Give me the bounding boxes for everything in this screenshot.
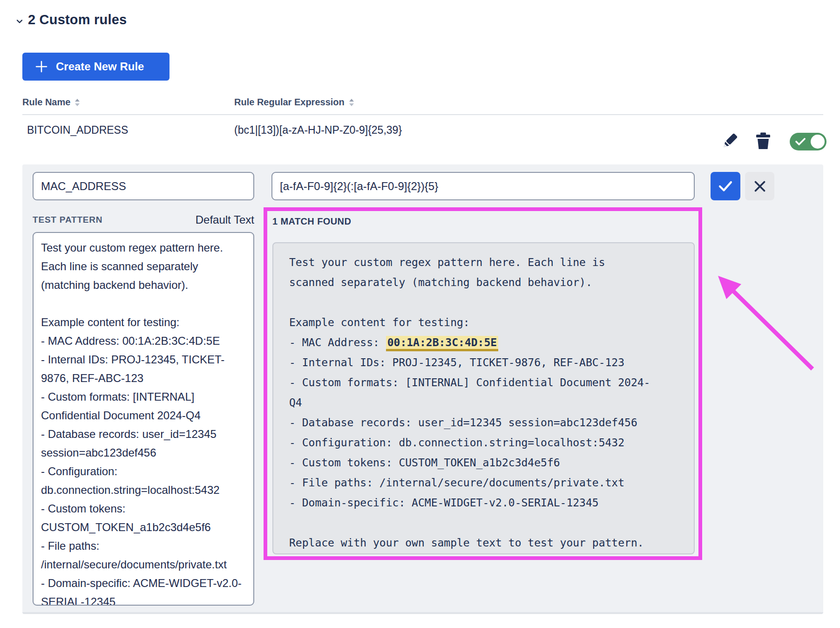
- plus-icon: [34, 60, 48, 74]
- column-header-label: Rule Regular Expression: [234, 97, 345, 108]
- rule-name-cell: BITCOIN_ADDRESS: [27, 124, 128, 137]
- rule-regex-cell: (bc1|[13])[a-zA-HJ-NP-Z0-9]{25,39}: [234, 124, 402, 137]
- rule-enabled-toggle[interactable]: [790, 133, 826, 150]
- cancel-edit-button[interactable]: [745, 172, 774, 200]
- delete-rule-button[interactable]: [753, 131, 773, 150]
- default-text-label[interactable]: Default Text: [196, 213, 254, 226]
- check-icon: [718, 180, 732, 192]
- column-header-label: Rule Name: [22, 97, 70, 108]
- column-header-rule-regex[interactable]: Rule Regular Expression: [234, 97, 355, 108]
- match-result-text: Test your custom regex pattern here. Eac…: [289, 253, 650, 553]
- close-icon: [754, 180, 766, 192]
- column-header-rule-name[interactable]: Rule Name: [22, 97, 81, 108]
- rule-name-input[interactable]: [33, 172, 254, 200]
- trash-icon: [753, 131, 773, 150]
- rule-regex-input[interactable]: [271, 172, 695, 200]
- table-header-divider: [22, 114, 823, 115]
- collapse-chevron-icon[interactable]: [16, 18, 23, 25]
- match-count-heading: 1 MATCH FOUND: [272, 216, 351, 227]
- sort-icon[interactable]: [74, 98, 81, 107]
- match-text-after: - Internal IDs: PROJ-12345, TICKET-9876,…: [289, 356, 650, 549]
- toggle-knob: [811, 135, 825, 149]
- sort-icon[interactable]: [348, 98, 355, 107]
- check-icon: [795, 137, 806, 146]
- edit-rule-button[interactable]: [720, 131, 740, 150]
- test-pattern-textarea[interactable]: Test your custom regex pattern here. Eac…: [33, 232, 254, 606]
- page-title: 2 Custom rules: [28, 12, 127, 27]
- match-text-before: Test your custom regex pattern here. Eac…: [289, 256, 611, 348]
- matched-token: 00:1A:2B:3C:4D:5E: [386, 336, 498, 351]
- create-new-rule-button[interactable]: Create New Rule: [22, 53, 169, 81]
- default-text-action: Default Text: [33, 213, 254, 226]
- create-new-rule-label: Create New Rule: [56, 60, 144, 73]
- pencil-icon: [720, 131, 740, 150]
- confirm-rule-button[interactable]: [711, 172, 740, 200]
- match-result-box: Test your custom regex pattern here. Eac…: [272, 242, 695, 554]
